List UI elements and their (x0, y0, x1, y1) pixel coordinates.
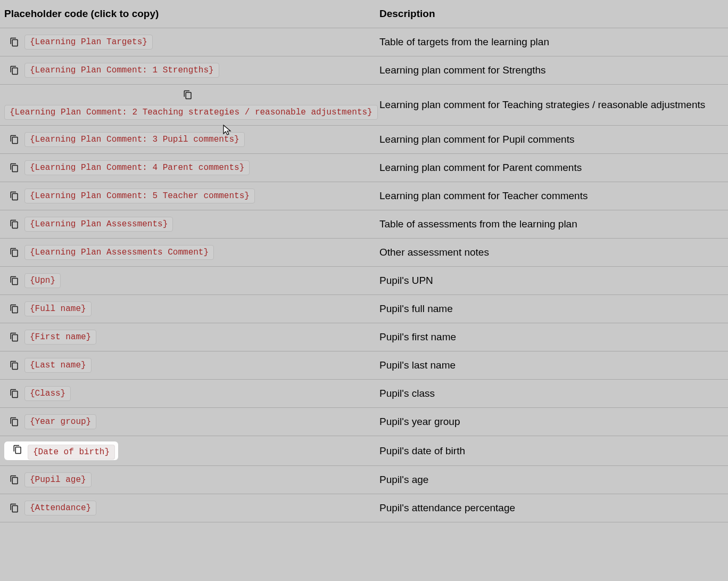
placeholder-code[interactable]: {Attendance} (24, 501, 96, 515)
code-cell[interactable]: {Learning Plan Assessments Comment} (0, 240, 375, 265)
placeholder-code[interactable]: {Learning Plan Comment: 1 Strengths} (24, 63, 219, 78)
copy-icon[interactable] (4, 37, 24, 47)
code-cell[interactable]: {First name} (0, 324, 375, 350)
placeholder-code[interactable]: {Learning Plan Comment: 3 Pupil comments… (24, 132, 245, 147)
placeholder-code[interactable]: {Year group} (24, 414, 96, 429)
placeholder-code[interactable]: {First name} (24, 330, 96, 345)
code-cell[interactable]: {Learning Plan Comment: 5 Teacher commen… (0, 183, 375, 209)
copy-icon[interactable] (4, 304, 24, 314)
code-cell[interactable]: {Pupil age} (0, 467, 375, 493)
copy-icon[interactable] (4, 163, 24, 173)
description-cell: Pupil's age (375, 467, 728, 493)
copy-icon[interactable] (4, 66, 24, 75)
copy-icon[interactable] (4, 475, 24, 485)
table-row: {Upn}Pupil's UPN (0, 267, 728, 295)
placeholder-code[interactable]: {Full name} (24, 301, 92, 316)
code-cell[interactable]: {Full name} (0, 296, 375, 322)
copy-icon[interactable] (4, 503, 24, 513)
placeholder-code[interactable]: {Learning Plan Comment: 5 Teacher commen… (24, 189, 255, 203)
description-cell: Learning plan comment for Strengths (375, 58, 728, 83)
copy-icon[interactable] (7, 445, 28, 454)
table-row: {First name}Pupil's first name (0, 323, 728, 351)
code-cell[interactable]: {Class} (0, 381, 375, 406)
description-cell: Pupil's first name (375, 324, 728, 350)
placeholder-code[interactable]: {Learning Plan Comment: 4 Parent comment… (24, 160, 250, 175)
code-cell[interactable]: {Learning Plan Comment: 1 Strengths} (0, 58, 375, 83)
description-cell: Pupil's last name (375, 353, 728, 378)
code-cell[interactable]: {Attendance} (0, 495, 375, 521)
description-cell: Pupil's year group (375, 409, 728, 435)
table-row: {Learning Plan Assessments}Table of asse… (0, 210, 728, 239)
code-cell[interactable]: {Last name} (0, 353, 375, 378)
description-cell: Pupil's date of birth (375, 438, 728, 464)
description-cell: Pupil's full name (375, 296, 728, 322)
copy-icon[interactable] (4, 135, 24, 144)
placeholder-code[interactable]: {Last name} (24, 358, 92, 373)
description-cell: Learning plan comment for Parent comment… (375, 155, 728, 181)
code-clickable[interactable]: {Date of birth} (4, 441, 118, 460)
copy-icon[interactable] (4, 219, 24, 229)
code-cell[interactable]: {Learning Plan Comment: 3 Pupil comments… (0, 127, 375, 152)
header-code: Placeholder code (click to copy) (0, 3, 375, 25)
code-cell[interactable]: {Learning Plan Comment: 4 Parent comment… (0, 155, 375, 181)
table-row: {Learning Plan Comment: 4 Parent comment… (0, 154, 728, 182)
code-cell[interactable]: {Date of birth} (0, 436, 375, 465)
copy-icon[interactable] (4, 90, 371, 102)
copy-icon[interactable] (4, 361, 24, 370)
placeholder-code[interactable]: {Pupil age} (24, 472, 92, 487)
copy-icon[interactable] (4, 276, 24, 285)
table-header-row: Placeholder code (click to copy) Descrip… (0, 0, 728, 28)
code-cell[interactable]: {Year group} (0, 409, 375, 435)
code-cell[interactable]: {Learning Plan Assessments} (0, 211, 375, 237)
code-cell[interactable]: {Upn} (0, 268, 375, 293)
placeholder-code[interactable]: {Date of birth} (28, 445, 115, 460)
table-row: {Learning Plan Comment: 2 Teaching strat… (0, 85, 728, 126)
placeholder-code[interactable]: {Learning Plan Assessments Comment} (24, 245, 214, 260)
table-row: {Last name}Pupil's last name (0, 351, 728, 380)
placeholder-code[interactable]: {Learning Plan Assessments} (24, 217, 173, 232)
copy-icon[interactable] (4, 332, 24, 342)
description-cell: Learning plan comment for Teaching strat… (375, 92, 728, 118)
header-description: Description (375, 1, 728, 27)
table-row: {Learning Plan Comment: 1 Strengths}Lear… (0, 56, 728, 85)
code-cell[interactable]: {Learning Plan Targets} (0, 29, 375, 55)
placeholder-code[interactable]: {Class} (24, 386, 71, 401)
table-row: {Learning Plan Comment: 3 Pupil comments… (0, 126, 728, 154)
description-cell: Pupil's attendance percentage (375, 495, 728, 521)
description-cell: Other assessment notes (375, 240, 728, 265)
table-row: {Learning Plan Comment: 5 Teacher commen… (0, 182, 728, 210)
copy-icon[interactable] (4, 417, 24, 427)
description-cell: Learning plan comment for Teacher commen… (375, 183, 728, 209)
copy-icon[interactable] (4, 248, 24, 257)
table-row: {Full name}Pupil's full name (0, 295, 728, 323)
table-row: {Attendance}Pupil's attendance percentag… (0, 494, 728, 522)
table-row: {Pupil age}Pupil's age (0, 466, 728, 494)
description-cell: Learning plan comment for Pupil comments (375, 127, 728, 152)
description-cell: Table of targets from the learning plan (375, 29, 728, 55)
placeholder-table: Placeholder code (click to copy) Descrip… (0, 0, 728, 522)
description-cell: Table of assessments from the learning p… (375, 211, 728, 237)
description-cell: Pupil's UPN (375, 268, 728, 293)
description-cell: Pupil's class (375, 381, 728, 406)
placeholder-code[interactable]: {Learning Plan Comment: 2 Teaching strat… (4, 105, 378, 120)
table-row: {Year group}Pupil's year group (0, 408, 728, 436)
table-row: {Learning Plan Assessments Comment}Other… (0, 239, 728, 267)
table-row: {Class}Pupil's class (0, 380, 728, 408)
copy-icon[interactable] (4, 389, 24, 398)
table-row: {Learning Plan Targets}Table of targets … (0, 28, 728, 56)
code-cell[interactable]: {Learning Plan Comment: 2 Teaching strat… (0, 85, 375, 125)
placeholder-code[interactable]: {Learning Plan Targets} (24, 35, 153, 50)
placeholder-code[interactable]: {Upn} (24, 273, 61, 288)
table-row: {Date of birth}Pupil's date of birth (0, 436, 728, 466)
copy-icon[interactable] (4, 191, 24, 201)
